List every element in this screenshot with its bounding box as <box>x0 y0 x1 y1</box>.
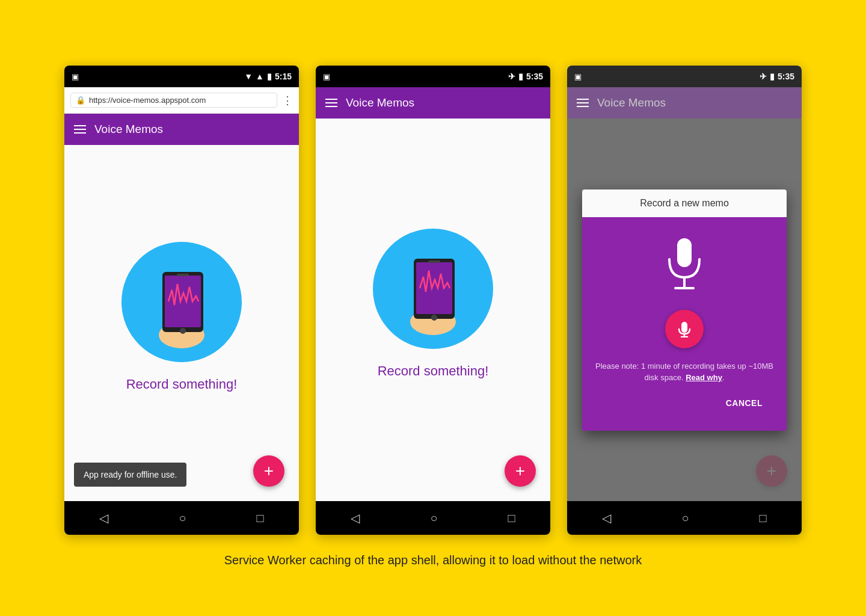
recents-nav-icon[interactable]: □ <box>256 511 263 525</box>
fab-button[interactable]: + <box>253 455 284 487</box>
phone-illustration <box>121 242 242 362</box>
read-why-link[interactable]: Read why <box>686 373 722 382</box>
record-dialog: Record a new memo <box>582 189 787 431</box>
airplane-icon: ✈ <box>508 72 515 81</box>
caption: Service Worker caching of the app shell,… <box>224 552 642 568</box>
back-nav-icon[interactable]: ◁ <box>602 511 611 525</box>
time-label: 5:35 <box>526 72 543 81</box>
record-something-text: Record something! <box>378 363 489 379</box>
phone-illustration <box>373 229 493 349</box>
app-bar-title: Voice Memos <box>346 96 414 109</box>
phone2-status-bar: ▣ ✈ ▮ 5:35 <box>316 66 550 87</box>
phone3-app-bar: Voice Memos <box>567 87 802 119</box>
dim-overlay: Record a new memo <box>567 119 802 501</box>
svg-point-12 <box>431 315 437 321</box>
airplane-icon: ✈ <box>760 72 767 81</box>
phone1-app-bar: Voice Memos <box>64 114 299 145</box>
lock-icon: 🔒 <box>76 96 85 105</box>
phone2-frame: ▣ ✈ ▮ 5:35 Voice Memos <box>316 66 550 535</box>
signal-icon: ▲ <box>256 72 264 81</box>
browser-menu-icon[interactable]: ⋮ <box>282 94 293 107</box>
phones-container: ▣ ▼ ▲ ▮ 5:15 🔒 https://voice-memos.appsp… <box>64 66 802 535</box>
snackbar: App ready for offline use. <box>74 463 186 487</box>
phone3-frame: ▣ ✈ ▮ 5:35 Voice Memos <box>567 66 802 535</box>
fab-button[interactable]: + <box>505 455 536 487</box>
dialog-actions: CANCEL <box>594 393 775 419</box>
record-button[interactable] <box>665 310 704 348</box>
svg-rect-11 <box>428 260 440 263</box>
phone2-app-bar: Voice Memos <box>316 87 550 119</box>
back-nav-icon[interactable]: ◁ <box>351 511 360 525</box>
svg-rect-10 <box>416 262 452 314</box>
dialog-title: Record a new memo <box>582 189 787 217</box>
battery-icon: ▮ <box>267 72 272 81</box>
record-something-text: Record something! <box>126 377 238 392</box>
phone1-content: Record something! App ready for offline … <box>64 145 299 501</box>
cancel-button[interactable]: CANCEL <box>719 393 770 413</box>
phone1-status-bar: ▣ ▼ ▲ ▮ 5:15 <box>64 66 299 87</box>
recents-nav-icon[interactable]: □ <box>759 511 766 525</box>
back-nav-icon[interactable]: ◁ <box>99 511 108 525</box>
app-bar-title: Voice Memos <box>94 123 163 136</box>
wifi-icon: ▼ <box>244 72 253 81</box>
sim-icon: ▣ <box>72 72 79 81</box>
home-nav-icon[interactable]: ○ <box>179 511 186 525</box>
hamburger-icon[interactable] <box>577 99 589 107</box>
sim-icon: ▣ <box>574 72 582 81</box>
phone1-nav-bar: ◁ ○ □ <box>64 501 299 535</box>
phone1-frame: ▣ ▼ ▲ ▮ 5:15 🔒 https://voice-memos.appsp… <box>64 66 299 535</box>
url-bar[interactable]: 🔒 https://voice-memos.appspot.com <box>70 93 277 108</box>
hamburger-icon[interactable] <box>74 125 86 134</box>
phone2-content: Record something! + <box>316 119 550 501</box>
url-text: https://voice-memos.appspot.com <box>89 96 206 105</box>
svg-point-5 <box>180 328 186 334</box>
phone-waveform-svg2 <box>391 241 475 337</box>
sim-icon: ▣ <box>323 72 330 81</box>
phone3-status-bar: ▣ ✈ ▮ 5:35 <box>567 66 802 87</box>
recents-nav-icon[interactable]: □ <box>508 511 515 525</box>
phone3-content-wrapper: Record a new memo <box>567 119 802 501</box>
phone-waveform-svg <box>140 254 224 350</box>
app-bar-title: Voice Memos <box>597 96 666 109</box>
battery-icon: ▮ <box>770 72 775 81</box>
svg-rect-19 <box>681 322 687 333</box>
hamburger-icon[interactable] <box>325 99 337 107</box>
microphone-icon <box>660 235 708 295</box>
browser-bar: 🔒 https://voice-memos.appspot.com ⋮ <box>64 87 299 114</box>
phone2-nav-bar: ◁ ○ □ <box>316 501 550 535</box>
time-label: 5:15 <box>275 72 292 81</box>
dialog-body: Please note: 1 minute of recording takes… <box>582 217 787 431</box>
dialog-note: Please note: 1 minute of recording takes… <box>594 360 775 384</box>
svg-rect-4 <box>177 274 189 276</box>
time-label: 5:35 <box>778 72 794 81</box>
svg-rect-3 <box>165 276 201 327</box>
battery-icon: ▮ <box>518 72 523 81</box>
mic-small-icon <box>676 321 693 337</box>
home-nav-icon[interactable]: ○ <box>681 511 689 525</box>
home-nav-icon[interactable]: ○ <box>430 511 437 525</box>
phone3-nav-bar: ◁ ○ □ <box>567 501 802 535</box>
